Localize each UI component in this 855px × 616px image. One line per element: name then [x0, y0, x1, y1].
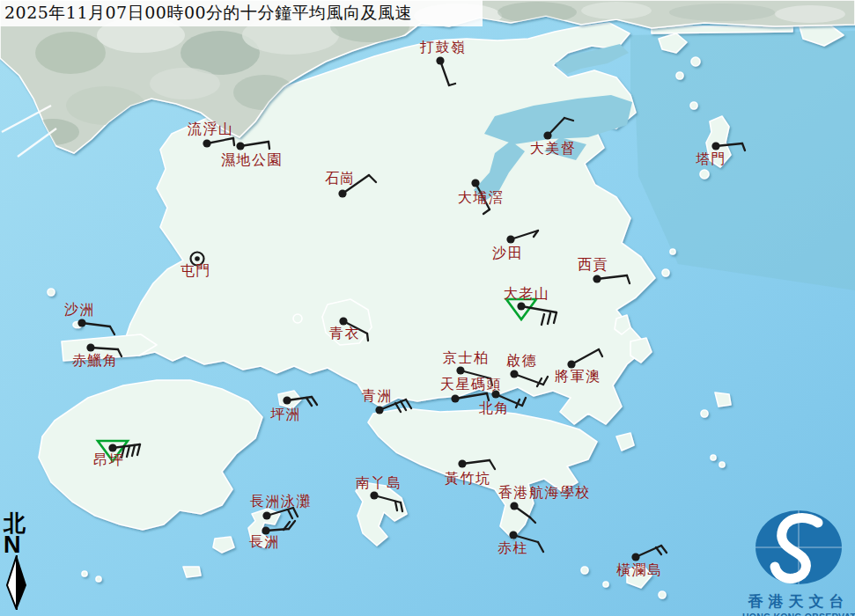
compass: 北 N	[4, 512, 39, 610]
station-label[interactable]: 香港航海學校	[498, 486, 591, 501]
station-dot	[543, 131, 551, 139]
station-dot	[456, 366, 464, 374]
station-label[interactable]: 流浮山	[188, 122, 234, 137]
compass-needle-icon	[5, 555, 28, 610]
station-dot	[195, 256, 200, 261]
station-label[interactable]: 青洲	[362, 389, 393, 404]
station-label[interactable]: 赤柱	[498, 541, 528, 556]
station-label[interactable]: 南丫島	[356, 476, 402, 491]
station-label[interactable]: 大老山	[504, 287, 550, 302]
hko-logo-icon	[753, 509, 844, 586]
station-dot	[510, 370, 518, 378]
station-label[interactable]: 大埔滘	[458, 191, 505, 206]
station-label[interactable]: 青衣	[329, 326, 360, 341]
station-dot	[458, 459, 466, 467]
station-label[interactable]: 啟德	[506, 354, 537, 369]
station-label[interactable]: 黃竹坑	[445, 472, 491, 487]
station-dot	[338, 189, 346, 197]
station-label[interactable]: 西貢	[578, 258, 608, 273]
station-dot	[236, 142, 244, 150]
station-label[interactable]: 大美督	[530, 142, 577, 157]
station-label[interactable]: 天星碼頭	[440, 378, 502, 392]
wind-barb-line	[269, 142, 269, 149]
station-label[interactable]: 長洲	[249, 535, 280, 550]
station-label[interactable]: 石崗	[325, 172, 356, 187]
map-title: 2025年11月07日00時00分的十分鐘平均風向及風速	[0, 0, 483, 26]
station-label[interactable]: 長洲泳灘	[250, 495, 312, 510]
station-label[interactable]: 坪洲	[270, 407, 301, 422]
station-label[interactable]: 屯門	[181, 264, 211, 279]
hko-logo-chinese: 香港天文台	[742, 591, 855, 612]
station-dot	[593, 275, 601, 282]
station-dot	[517, 302, 525, 310]
station-dot	[509, 531, 517, 539]
wind-map: 2025年11月07日00時00分的十分鐘平均風向及風速 打鼓嶺流浮山濕地公園石…	[0, 0, 855, 616]
station-label[interactable]: 昂坪	[93, 453, 124, 468]
station-label[interactable]: 赤鱲角	[72, 354, 119, 369]
station-dot	[631, 553, 639, 561]
station-dot	[86, 343, 94, 351]
station-dot	[375, 406, 383, 414]
station-dot	[711, 142, 719, 150]
compass-north-letter: N	[4, 534, 39, 555]
station-dot	[510, 502, 518, 510]
wind-barb-line	[233, 138, 234, 145]
basemap-svg	[0, 0, 855, 616]
station-label[interactable]: 打鼓嶺	[420, 40, 467, 55]
station-label[interactable]: 將軍澳	[555, 370, 601, 385]
station-dot	[283, 396, 291, 404]
station-dot	[436, 56, 444, 64]
hko-logo[interactable]: 香港天文台 HONG KONG OBSERVATORY	[742, 509, 855, 616]
station-dot	[370, 491, 378, 499]
station-dot	[203, 139, 210, 147]
station-dot	[77, 319, 85, 326]
station-label[interactable]: 沙田	[492, 246, 523, 261]
station-label[interactable]: 濕地公園	[221, 153, 283, 168]
station-dot	[262, 511, 270, 519]
station-dot	[506, 235, 514, 243]
station-label[interactable]: 北角	[479, 401, 510, 416]
station-label[interactable]: 塔門	[696, 152, 726, 167]
station-label[interactable]: 京士柏	[443, 351, 490, 366]
station-dot	[471, 179, 479, 187]
station-label[interactable]: 橫瀾島	[616, 563, 663, 578]
hko-logo-english: HONG KONG OBSERVATORY	[742, 612, 855, 616]
station-label[interactable]: 沙洲	[64, 303, 95, 318]
wind-barb-line	[367, 334, 368, 341]
station-dot	[451, 394, 459, 402]
